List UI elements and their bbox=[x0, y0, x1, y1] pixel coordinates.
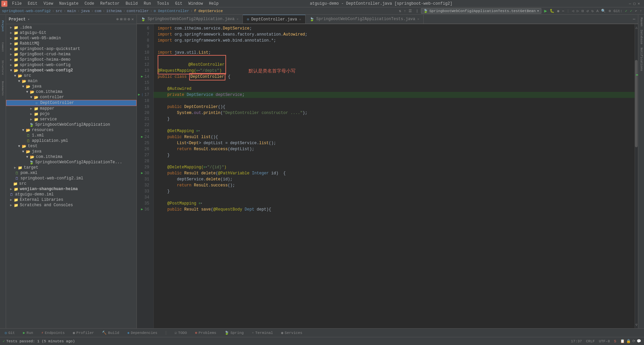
tree-item-src2[interactable]: 📁 src bbox=[6, 181, 137, 186]
tree-item-mapper[interactable]: ▶ 📁 mapper bbox=[6, 106, 137, 111]
tree-item-service[interactable]: ▶ 📁 service bbox=[6, 117, 137, 122]
tree-item-main[interactable]: ▼ 📂 main bbox=[6, 78, 137, 84]
tree-item-java[interactable]: ▼ 📂 java bbox=[6, 84, 137, 89]
tool-spring[interactable]: 🍃 Spring bbox=[222, 330, 246, 336]
breadcrumb-main[interactable]: main bbox=[67, 9, 76, 13]
tool-profiler[interactable]: ◉ Profiler bbox=[71, 330, 96, 336]
breadcrumb-toolbar-icon2[interactable]: ↑ bbox=[404, 9, 406, 13]
sidebar-project-tab[interactable]: Project bbox=[0, 16, 6, 36]
tree-item-web-config[interactable]: ▶ 📁 springboot-web-config bbox=[6, 62, 137, 68]
toolbar-more-run[interactable]: ⋯ bbox=[562, 9, 565, 13]
tree-item-atguigu-iml[interactable]: 🗒 atguigu-demo.iml bbox=[6, 192, 137, 197]
status-encoding[interactable]: UTF-8 bbox=[599, 339, 610, 343]
tree-item-appyml[interactable]: 🗒 application.yml bbox=[6, 138, 137, 143]
tool-build[interactable]: 🔨 Build bbox=[100, 330, 121, 336]
tab-close-deptcontroller[interactable]: ✕ bbox=[299, 17, 301, 21]
tree-item-src[interactable]: ▼ 📂 src bbox=[6, 73, 137, 78]
toolbar-recent[interactable]: ⊡ bbox=[582, 9, 584, 13]
menu-tools[interactable]: Tools bbox=[154, 1, 172, 7]
toolbar-redo[interactable]: ↻ bbox=[591, 9, 594, 13]
tree-item-deptcontroller[interactable]: ⊙ DeptController bbox=[6, 100, 137, 106]
breadcrumb-src[interactable]: src bbox=[56, 9, 62, 13]
tree-item-controller[interactable]: ▼ 📂 controller bbox=[6, 95, 137, 100]
menu-edit[interactable]: Edit bbox=[25, 1, 40, 7]
run-button[interactable]: ▶ bbox=[544, 8, 547, 14]
tree-item-web-config2[interactable]: ▼ 📂 springboot-web-config2 bbox=[6, 68, 137, 73]
breadcrumb-controller[interactable]: controller bbox=[127, 9, 149, 13]
tree-item-pojo[interactable]: ▶ 📁 pojo bbox=[6, 111, 137, 117]
menu-refactor[interactable]: Refactor bbox=[98, 1, 122, 7]
tree-item-target[interactable]: ▶ 📁 target bbox=[6, 165, 137, 170]
panel-icon-expand[interactable]: ⊞ bbox=[120, 17, 122, 22]
status-icon1[interactable]: 📋 bbox=[620, 339, 625, 343]
tree-item-aop[interactable]: ▶ 📁 springboot-aop-quickstart bbox=[6, 46, 137, 52]
tab-close-springtests[interactable]: ✕ bbox=[417, 17, 419, 21]
tab-springapp[interactable]: 🍃 SpringbootWebConfig2Application.java ✕ bbox=[137, 15, 243, 23]
tree-item-atguigu-git[interactable]: ▶ 📁 atguigu-Git bbox=[6, 30, 137, 36]
tree-item-springapp[interactable]: 🍃 SpringbootWebConfig2Application bbox=[6, 122, 137, 127]
status-icon3[interactable]: ⟳ bbox=[632, 339, 635, 343]
scroll-thumb[interactable] bbox=[635, 60, 638, 147]
sidebar-commit-tab[interactable]: Commit bbox=[0, 37, 6, 57]
tree-item-test[interactable]: ▼ 📂 test bbox=[6, 143, 137, 149]
breadcrumb-itheima[interactable]: itheima bbox=[106, 9, 122, 13]
menu-code[interactable]: Code bbox=[82, 1, 97, 7]
tree-item-com-itheima-test[interactable]: ▼ 📂 com.itheima bbox=[6, 154, 137, 160]
menu-view[interactable]: View bbox=[41, 1, 56, 7]
tree-item-springtests[interactable]: 🍃 SpringbootWebConfig2ApplicationTe... bbox=[6, 160, 137, 165]
tree-item-pom[interactable]: 🗒 pom.xml bbox=[6, 170, 137, 176]
toolbar-run-coverage[interactable]: ◉ bbox=[557, 9, 559, 13]
breadcrumb-project[interactable]: springboot-web-config2 bbox=[2, 9, 51, 13]
tree-item-idea[interactable]: ▶ 📁 .idea bbox=[6, 25, 137, 30]
run-icon-17[interactable]: ▶ bbox=[137, 92, 140, 98]
menu-git[interactable]: Git bbox=[172, 1, 185, 7]
toolbar-search[interactable]: 🔍 bbox=[601, 9, 606, 13]
run-icon-36[interactable]: ▶ bbox=[139, 207, 143, 213]
tool-terminal[interactable]: ▫ Terminal bbox=[250, 330, 275, 336]
scroll-down-btn[interactable]: ▽ bbox=[635, 322, 638, 328]
tab-deptcontroller[interactable]: ⊙ DeptController.java ✕ bbox=[243, 15, 305, 23]
panel-icon-collapse[interactable]: ⊟ bbox=[124, 17, 126, 22]
panel-icon-locate[interactable]: ⊕ bbox=[116, 17, 119, 22]
maven-tab[interactable]: Maven bbox=[640, 16, 643, 28]
breadcrumb-deptservice[interactable]: f deptService bbox=[194, 9, 223, 13]
tree-item-crud[interactable]: ▶ 📁 SpringBoot-crud-heima bbox=[6, 52, 137, 57]
breadcrumb-toolbar-icon1[interactable]: ⇅ bbox=[399, 9, 401, 13]
tree-item-com-itheima[interactable]: ▼ 📂 com.itheima bbox=[6, 89, 137, 95]
sidebar-bookmarks-tab[interactable]: Bookmarks bbox=[0, 78, 6, 99]
database-tab[interactable]: Database bbox=[640, 28, 643, 46]
tree-item-java-test[interactable]: ▼ 📂 java bbox=[6, 149, 137, 154]
status-git-icon[interactable]: S bbox=[614, 339, 616, 343]
git-revert[interactable]: ↶ bbox=[635, 9, 637, 13]
tool-endpoints[interactable]: ⚡ Endpoints bbox=[39, 330, 67, 336]
run-icon-14[interactable]: ▶ bbox=[139, 74, 143, 80]
tool-dependencies[interactable]: ◈ Dependencies bbox=[125, 330, 159, 336]
status-icon4[interactable]: 💬 bbox=[637, 339, 641, 343]
tab-springtests[interactable]: 🍃 SpringbootWebConfig2ApplicationTests.j… bbox=[306, 15, 424, 23]
menu-file[interactable]: File bbox=[9, 1, 24, 7]
breadcrumb-com[interactable]: com bbox=[95, 9, 101, 13]
notifications-tab[interactable]: Notifications bbox=[640, 46, 643, 72]
panel-icon-close[interactable]: ✕ bbox=[131, 17, 134, 22]
run-icon-30[interactable]: ▶ bbox=[139, 170, 143, 176]
tool-run[interactable]: ▶ Run bbox=[21, 330, 35, 336]
panel-dropdown-icon[interactable]: ▾ bbox=[28, 17, 30, 21]
code-content[interactable]: import com.itheima.service.DeptService; … bbox=[154, 24, 635, 328]
toolbar-translate[interactable]: A bbox=[596, 9, 599, 13]
breadcrumb-java[interactable]: java bbox=[81, 9, 90, 13]
tree-item-heima[interactable]: ▶ 📁 SpringBoot-heima-demo bbox=[6, 57, 137, 62]
breadcrumb-deptcontroller[interactable]: ⊙ DeptController bbox=[154, 9, 189, 13]
status-icon2[interactable]: 🔒 bbox=[626, 339, 631, 343]
toolbar-forward[interactable]: ▷ bbox=[577, 9, 579, 13]
tool-todo[interactable]: ☑ TODO bbox=[172, 330, 189, 336]
toolbar-undo[interactable]: ↺ bbox=[587, 9, 589, 13]
tree-item-scratches[interactable]: ▶ 📁 Scratches and Consoles bbox=[6, 203, 137, 208]
status-line-ending[interactable]: CRLF bbox=[586, 339, 595, 343]
debug-button[interactable]: 🐛 bbox=[550, 9, 554, 13]
panel-icon-settings[interactable]: ⚙ bbox=[128, 17, 130, 22]
breadcrumb-toolbar-icon3[interactable]: ☰ bbox=[409, 9, 412, 13]
scroll-up-btn[interactable]: △ bbox=[635, 24, 638, 31]
tab-close-springapp[interactable]: ✕ bbox=[236, 17, 238, 21]
tree-item-rabbitmq[interactable]: ▶ 📁 RabbitMQ bbox=[6, 41, 137, 46]
menu-run[interactable]: Run bbox=[141, 1, 154, 7]
